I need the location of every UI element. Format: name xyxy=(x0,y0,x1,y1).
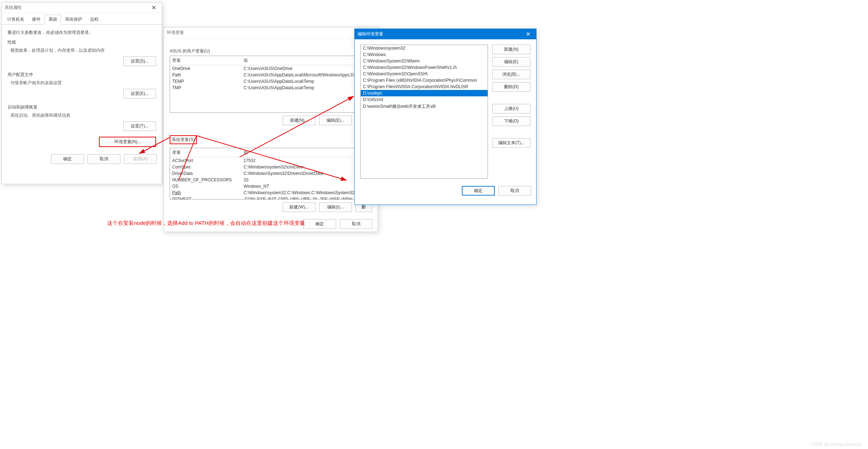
startup-desc: 系统启动、系统故障和调试信息 xyxy=(10,112,156,118)
col-value: 值 xyxy=(244,150,248,156)
dialog-title: 系统属性 xyxy=(5,5,22,11)
performance-title: 性能 xyxy=(8,39,156,45)
table-row[interactable]: OSWindows_NT xyxy=(170,183,371,190)
cancel-button[interactable]: 取消 xyxy=(88,154,120,164)
startup-settings-button[interactable]: 设置(T)... xyxy=(123,121,156,131)
system-vars-list[interactable]: 变量 值 ACSvcPort17532ComSpecC:\Windows\sys… xyxy=(170,148,372,200)
tab-remote[interactable]: 远程 xyxy=(86,15,103,24)
table-row[interactable]: OneDriveC:\Users\ASUS\OneDrive xyxy=(170,65,371,72)
move-down-button[interactable]: 下移(O) xyxy=(492,116,530,126)
performance-settings-button[interactable]: 设置(S)... xyxy=(123,56,156,66)
list-item[interactable]: C:\Windows xyxy=(361,51,488,58)
path-list[interactable]: C:\Windows\system32C:\WindowsC:\Windows\… xyxy=(360,45,488,179)
userprofile-desc: 与登录帐户相关的桌面设置 xyxy=(10,80,156,86)
environment-variables-button[interactable]: 环境变量(N)... xyxy=(99,137,156,147)
new-button[interactable]: 新建(N) xyxy=(492,45,530,54)
dialog-title: 环境变量 xyxy=(167,30,184,36)
list-item[interactable]: D:\nodejs\ xyxy=(361,90,488,96)
browse-button[interactable]: 浏览(B)... xyxy=(492,70,530,79)
col-value: 值 xyxy=(244,57,248,64)
environment-variables-dialog: 环境变量 ASUS 的用户变量(U) 变量 值 OneDriveC:\Users… xyxy=(164,27,378,232)
tabstrip: 计算机名 硬件 高级 系统保护 远程 xyxy=(2,13,162,25)
ok-button[interactable]: 确定 xyxy=(51,154,84,164)
table-row[interactable]: PATHEXT.COM;.EXE;.BAT;.CMD;.VBS;.VBE;.JS… xyxy=(170,196,371,200)
titlebar: 系统属性 ✕ xyxy=(2,2,162,13)
list-item[interactable]: C:\Program Files\NVIDIA Corporation\NVID… xyxy=(361,84,488,90)
user-new-button[interactable]: 新建(N)... xyxy=(283,116,315,125)
titlebar: 编辑环境变量 ✕ xyxy=(355,29,536,40)
table-row[interactable]: PathC:\Users\ASUS\AppData\Local\Microsof… xyxy=(170,72,371,78)
list-item[interactable]: C:\Program Files (x86)\NVIDIA Corporatio… xyxy=(361,77,488,84)
system-vars-label: 系统变量(S) xyxy=(170,135,197,144)
system-properties-dialog: 系统属性 ✕ 计算机名 硬件 高级 系统保护 远程 要进行大多数更改，你必须作为… xyxy=(1,2,162,184)
close-icon[interactable]: ✕ xyxy=(149,4,159,11)
annotation-text: 这个在安装node的时候，选择Add to PATH的时候，会自动在这里创建这个… xyxy=(107,220,305,227)
list-item[interactable]: C:\Windows\System32\OpenSSH\ xyxy=(361,71,488,77)
user-edit-button[interactable]: 编辑(E)... xyxy=(319,116,352,125)
sys-edit-button[interactable]: 编辑(I)... xyxy=(319,202,352,212)
edit-button[interactable]: 编辑(E) xyxy=(492,57,530,67)
tab-hardware[interactable]: 硬件 xyxy=(28,15,45,24)
table-row[interactable]: TEMPC:\Users\ASUS\AppData\Local\Temp xyxy=(170,78,371,85)
list-item[interactable]: C:\Windows\System32\Wbem xyxy=(361,58,488,64)
table-row[interactable]: NUMBER_OF_PROCESSORS20 xyxy=(170,177,371,183)
ok-button[interactable]: 确定 xyxy=(462,186,495,196)
table-row[interactable]: ACSvcPort17532 xyxy=(170,157,371,164)
userprofile-settings-button[interactable]: 设置(E)... xyxy=(123,89,156,99)
list-item[interactable]: D:\Git\cmd xyxy=(361,96,488,103)
edit-environment-variable-dialog: 编辑环境变量 ✕ C:\Windows\system32C:\WindowsC:… xyxy=(354,29,537,205)
user-vars-label: ASUS 的用户变量(U) xyxy=(170,48,372,54)
delete-button[interactable]: 删除(D) xyxy=(492,82,530,92)
col-variable: 变量 xyxy=(172,57,244,64)
table-row[interactable]: PathC:\Windows\system32;C:\Windows;C:\Wi… xyxy=(170,190,371,196)
close-icon[interactable]: ✕ xyxy=(523,31,533,37)
dialog-title: 编辑环境变量 xyxy=(358,31,383,37)
apply-button[interactable]: 应用(A) xyxy=(124,154,157,164)
cancel-button[interactable]: 取消 xyxy=(498,186,531,196)
table-row[interactable]: TMPC:\Users\ASUS\AppData\Local\Temp xyxy=(170,85,371,91)
list-item[interactable]: D:\weixinSmall\微信web开发者工具\dll xyxy=(361,103,488,110)
ok-button[interactable]: 确定 xyxy=(303,219,336,229)
tab-computer-name[interactable]: 计算机名 xyxy=(3,15,28,24)
userprofile-title: 用户配置文件 xyxy=(8,72,156,78)
move-up-button[interactable]: 上移(U) xyxy=(492,104,530,113)
list-item[interactable]: C:\Windows\system32 xyxy=(361,45,488,51)
edit-text-button[interactable]: 编辑文本(T)... xyxy=(492,138,530,148)
watermark: CSDN @zhangyubababa xyxy=(809,442,862,447)
table-row[interactable]: DriverDataC:\Windows\System32\Drivers\Dr… xyxy=(170,170,371,177)
table-row[interactable]: ComSpecC:\Windows\system32\cmd.exe xyxy=(170,164,371,170)
titlebar: 环境变量 xyxy=(164,27,378,38)
user-vars-list[interactable]: 变量 值 OneDriveC:\Users\ASUS\OneDrivePathC… xyxy=(170,56,372,113)
cancel-button[interactable]: 取消 xyxy=(340,219,373,229)
startup-title: 启动和故障恢复 xyxy=(8,104,156,110)
col-variable: 变量 xyxy=(172,150,244,156)
tab-system-protection[interactable]: 系统保护 xyxy=(61,15,86,24)
tab-advanced[interactable]: 高级 xyxy=(45,15,61,25)
intro-text: 要进行大多数更改，你必须作为管理员登录。 xyxy=(8,30,156,36)
performance-desc: 视觉效果，处理器计划，内存使用，以及虚拟内存 xyxy=(10,47,156,54)
sys-new-button[interactable]: 新建(W)... xyxy=(283,202,315,212)
list-item[interactable]: C:\Windows\System32\WindowsPowerShell\v1… xyxy=(361,64,488,71)
